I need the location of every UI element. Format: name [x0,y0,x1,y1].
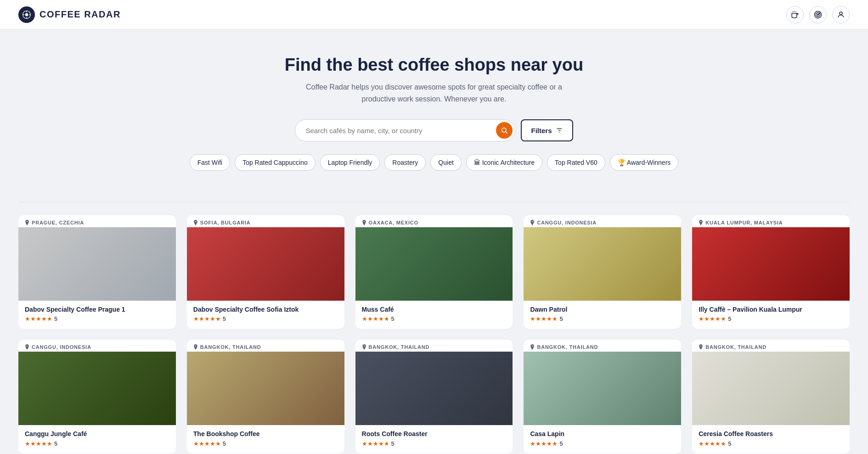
radar-icon-btn[interactable] [809,6,827,23]
cafe-name: Muss Café [362,305,507,314]
cafe-location: Bangkok, Thailand [187,340,344,352]
cafe-rating: ★★★★★ 5 [25,440,169,447]
cafe-rating-number: 5 [54,315,57,322]
cafe-grid-section: Prague, Czechia Dabov Specialty Coffee P… [0,215,868,454]
search-input[interactable] [295,119,515,141]
filter-tag[interactable]: Quiet [430,154,461,171]
cafe-stars: ★★★★★ [699,440,726,447]
cafe-card-body: Dabov Specialty Coffee Sofia Iztok ★★★★★… [187,301,344,329]
cafe-image [355,227,513,301]
cafe-card[interactable]: Bangkok, Thailand The Bookshop Coffee ★★… [187,340,344,453]
search-wrap [295,119,515,141]
filter-tag[interactable]: Roastery [384,154,426,171]
cafe-rating: ★★★★★ 5 [362,440,507,447]
divider [18,202,850,202]
cafe-rating: ★★★★★ 5 [530,315,675,322]
filter-tag[interactable]: Top Rated V60 [547,154,605,171]
cafe-image [187,227,344,301]
logo-text: COFFEE RADAR [39,9,121,20]
user-icon-btn[interactable] [832,6,850,23]
filters-button[interactable]: Filters [521,119,573,141]
cafe-name: Dabov Specialty Coffee Prague 1 [25,305,169,314]
cafe-rating: ★★★★★ 5 [193,440,338,447]
cafe-name: Canggu Jungle Café [25,430,169,438]
cafe-card[interactable]: Sofia, Bulgaria Dabov Specialty Coffee S… [187,215,344,329]
filter-tag[interactable]: 🏆 Award-Winners [610,154,679,171]
cafe-card[interactable]: Bangkok, Thailand Ceresia Coffee Roaster… [692,340,850,453]
cafe-stars: ★★★★★ [25,315,52,322]
navbar: COFFEE RADAR [0,0,868,29]
svg-line-11 [506,132,507,134]
svg-point-9 [840,12,842,15]
filter-tag[interactable]: Fast Wifi [190,154,230,171]
cafe-card[interactable]: Bangkok, Thailand Roots Coffee Roaster ★… [355,340,513,453]
search-button[interactable] [496,122,513,139]
cafe-rating-number: 5 [391,315,395,322]
cafe-rating: ★★★★★ 5 [362,315,507,322]
cafe-card-body: Dawn Patrol ★★★★★ 5 [524,301,681,329]
hero-title: Find the best coffee shops near you [9,55,859,75]
cafe-stars: ★★★★★ [699,315,726,322]
cafe-card-body: The Bookshop Coffee ★★★★★ 5 [187,425,344,453]
filter-tag[interactable]: Top Rated Cappuccino [235,154,316,171]
cafe-card[interactable]: Kuala Lumpur, Malaysia Illy Caffè – Pavi… [692,215,850,329]
cafe-card-body: Muss Café ★★★★★ 5 [355,301,513,329]
filter-tag[interactable]: Laptop Friendly [320,154,380,171]
cafe-stars: ★★★★★ [362,315,389,322]
logo-icon [18,6,35,23]
cafe-card[interactable]: Canggu, Indonesia Dawn Patrol ★★★★★ 5 [524,215,681,329]
filter-tag[interactable]: 🏛 Iconic Architecture [466,154,542,171]
cafe-image [187,352,344,425]
cafe-stars: ★★★★★ [530,315,558,322]
cafe-card-body: Roots Coffee Roaster ★★★★★ 5 [355,425,513,453]
cafe-location: Canggu, Indonesia [18,340,176,352]
cafe-rating-number: 5 [728,315,731,322]
cafe-name: Dawn Patrol [530,305,675,314]
cafe-card-body: Dabov Specialty Coffee Prague 1 ★★★★★ 5 [18,301,176,329]
cafe-rating: ★★★★★ 5 [193,315,338,322]
logo[interactable]: COFFEE RADAR [18,6,121,23]
cafe-name: Dabov Specialty Coffee Sofia Iztok [193,305,338,314]
cafe-stars: ★★★★★ [362,440,389,447]
cafe-image [18,227,176,301]
cafe-rating-number: 5 [559,315,563,322]
cafe-rating: ★★★★★ 5 [25,315,169,322]
hero-subtitle: Coffee Radar helps you discover awesome … [296,81,572,105]
cafe-card[interactable]: Prague, Czechia Dabov Specialty Coffee P… [18,215,176,329]
cafe-name: Casa Lapin [530,430,675,438]
cafe-card-body: Illy Caffè – Pavilion Kuala Lumpur ★★★★★… [692,301,850,329]
cafe-image [524,352,681,425]
cafe-location: Bangkok, Thailand [692,340,850,352]
cafe-location: Bangkok, Thailand [355,340,513,352]
cafe-rating-number: 5 [559,440,563,447]
cafe-image [692,352,850,425]
cafe-image [355,352,513,425]
cafe-location: Prague, Czechia [18,215,176,227]
cafe-card-body: Ceresia Coffee Roasters ★★★★★ 5 [692,425,850,453]
cafe-location: Sofia, Bulgaria [187,215,344,227]
cafe-rating: ★★★★★ 5 [530,440,675,447]
cafe-card[interactable]: Oaxaca, Mexico Muss Café ★★★★★ 5 [355,215,513,329]
cafe-image [18,352,176,425]
filter-tags: Fast WifiTop Rated CappuccinoLaptop Frie… [9,154,859,171]
cafe-card[interactable]: Canggu, Indonesia Canggu Jungle Café ★★★… [18,340,176,453]
cafe-stars: ★★★★★ [530,440,558,447]
cafe-location: Oaxaca, Mexico [355,215,513,227]
cafe-card[interactable]: Bangkok, Thailand Casa Lapin ★★★★★ 5 [524,340,681,453]
cafe-rating: ★★★★★ 5 [699,440,843,447]
cafe-name: Roots Coffee Roaster [362,430,507,438]
cafe-name: Illy Caffè – Pavilion Kuala Lumpur [699,305,843,314]
cafe-stars: ★★★★★ [25,440,52,447]
cafe-card-body: Canggu Jungle Café ★★★★★ 5 [18,425,176,453]
cafe-location: Canggu, Indonesia [524,215,681,227]
search-row: Filters [9,119,859,141]
svg-point-1 [25,13,28,16]
cafe-rating-number: 5 [391,440,395,447]
cafe-location: Bangkok, Thailand [524,340,681,352]
cafe-location: Kuala Lumpur, Malaysia [692,215,850,227]
nav-icon-group [786,6,850,23]
cafe-name: The Bookshop Coffee [193,430,338,438]
cafe-rating-number: 5 [54,440,57,447]
coffee-icon-btn[interactable] [786,6,804,23]
cafe-rating-number: 5 [728,440,731,447]
